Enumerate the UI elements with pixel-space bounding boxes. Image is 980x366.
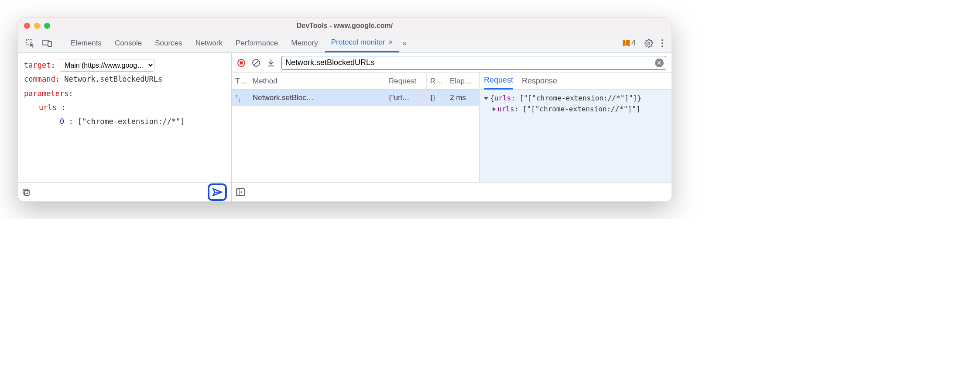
clear-filter-icon[interactable]: ✕ xyxy=(655,59,664,67)
log-footer xyxy=(232,182,672,201)
log-toolbar: ✕ xyxy=(232,53,672,73)
details-body: {urls: ["["chrome-extension://*"]"]} url… xyxy=(480,90,672,182)
details-pane: Request Response {urls: ["["chrome-exten… xyxy=(480,73,672,182)
log-table-header: T… Method Request R… Elap… xyxy=(232,73,479,90)
row-request: {"url… xyxy=(385,90,427,106)
direction-icon: ↑↓ xyxy=(232,90,249,106)
panel-body: target: Main (https://www.goog… command:… xyxy=(18,53,672,201)
param-value[interactable]: ["chrome-extension://*"] xyxy=(78,117,185,126)
svg-point-3 xyxy=(648,42,650,44)
filter-input[interactable] xyxy=(281,56,666,70)
tab-protocol-monitor[interactable]: Protocol monitor × xyxy=(325,34,399,52)
devtools-window: DevTools - www.google.com/ Elements Cons… xyxy=(17,17,672,202)
devtools-tabbar: Elements Console Sources Network Perform… xyxy=(18,34,672,53)
row-response: {} xyxy=(427,90,446,106)
svg-line-13 xyxy=(254,60,259,66)
expand-icon[interactable] xyxy=(493,107,496,111)
details-tabs: Request Response xyxy=(480,73,672,90)
record-icon[interactable] xyxy=(237,59,246,67)
target-key: target xyxy=(24,61,51,69)
close-tab-icon[interactable]: × xyxy=(389,38,393,47)
row-elapsed: 2 ms xyxy=(446,90,479,106)
titlebar: DevTools - www.google.com/ xyxy=(18,18,672,34)
command-editor: target: Main (https://www.goog… command:… xyxy=(18,53,231,182)
zoom-window-button[interactable] xyxy=(44,23,50,29)
svg-point-4 xyxy=(661,39,663,41)
divider xyxy=(60,38,60,48)
details-tab-response[interactable]: Response xyxy=(522,76,557,89)
svg-rect-11 xyxy=(240,61,243,64)
tab-network[interactable]: Network xyxy=(189,34,229,52)
warning-icon xyxy=(623,40,630,47)
command-value[interactable]: Network.setBlockedURLs xyxy=(64,75,162,83)
target-select[interactable]: Main (https://www.goog… xyxy=(60,59,154,72)
col-request[interactable]: Request xyxy=(385,73,427,89)
minimize-window-button[interactable] xyxy=(34,23,40,29)
editor-footer xyxy=(18,182,231,201)
tree-line-1[interactable]: {urls: ["["chrome-extension://*"]"]} xyxy=(484,93,667,104)
tab-sources[interactable]: Sources xyxy=(149,34,188,52)
svg-point-6 xyxy=(661,45,663,47)
window-controls xyxy=(24,23,50,29)
details-tab-request[interactable]: Request xyxy=(484,76,513,90)
inspect-element-icon[interactable] xyxy=(22,36,38,50)
settings-icon[interactable] xyxy=(641,36,657,50)
svg-rect-8 xyxy=(23,189,28,194)
issues-badge[interactable]: 4 xyxy=(623,38,636,48)
expand-icon[interactable] xyxy=(484,97,488,100)
tab-console[interactable]: Console xyxy=(109,34,148,52)
col-elapsed[interactable]: Elap… xyxy=(446,73,479,89)
send-command-button[interactable] xyxy=(208,183,227,201)
svg-rect-7 xyxy=(24,190,29,195)
toggle-sidebar-icon[interactable] xyxy=(236,188,245,196)
col-response[interactable]: R… xyxy=(427,73,446,89)
download-icon[interactable] xyxy=(267,59,275,67)
table-row[interactable]: ↑↓ Network.setBloc… {"url… {} 2 ms xyxy=(232,90,479,106)
window-title: DevTools - www.google.com/ xyxy=(18,22,672,30)
command-key: command xyxy=(24,75,55,83)
close-window-button[interactable] xyxy=(24,23,30,29)
col-method[interactable]: Method xyxy=(249,73,385,89)
svg-point-5 xyxy=(661,42,663,44)
parameters-key: parameters xyxy=(24,89,69,98)
col-type[interactable]: T… xyxy=(232,73,249,89)
tab-label: Protocol monitor xyxy=(331,38,385,47)
protocol-log-pane: ✕ T… Method Request R… Elap… ↑↓ xyxy=(232,53,672,201)
clear-icon[interactable] xyxy=(252,59,260,67)
svg-rect-2 xyxy=(48,41,51,47)
more-icon[interactable] xyxy=(658,36,667,50)
device-toolbar-icon[interactable] xyxy=(39,37,55,50)
param-urls-key: urls xyxy=(39,103,57,112)
param-index: 0 xyxy=(60,117,64,126)
copy-icon[interactable] xyxy=(22,188,30,196)
tabs-overflow-button[interactable]: » xyxy=(400,34,409,52)
tab-performance[interactable]: Performance xyxy=(230,34,284,52)
tab-memory[interactable]: Memory xyxy=(285,34,324,52)
issues-count: 4 xyxy=(631,38,636,48)
tab-elements[interactable]: Elements xyxy=(65,34,108,52)
log-table: T… Method Request R… Elap… ↑↓ Network.se… xyxy=(232,73,480,182)
tree-line-2[interactable]: urls: ["["chrome-extension://*"]"] xyxy=(484,104,667,115)
row-method: Network.setBloc… xyxy=(249,90,385,106)
command-editor-pane: target: Main (https://www.goog… command:… xyxy=(18,53,232,201)
